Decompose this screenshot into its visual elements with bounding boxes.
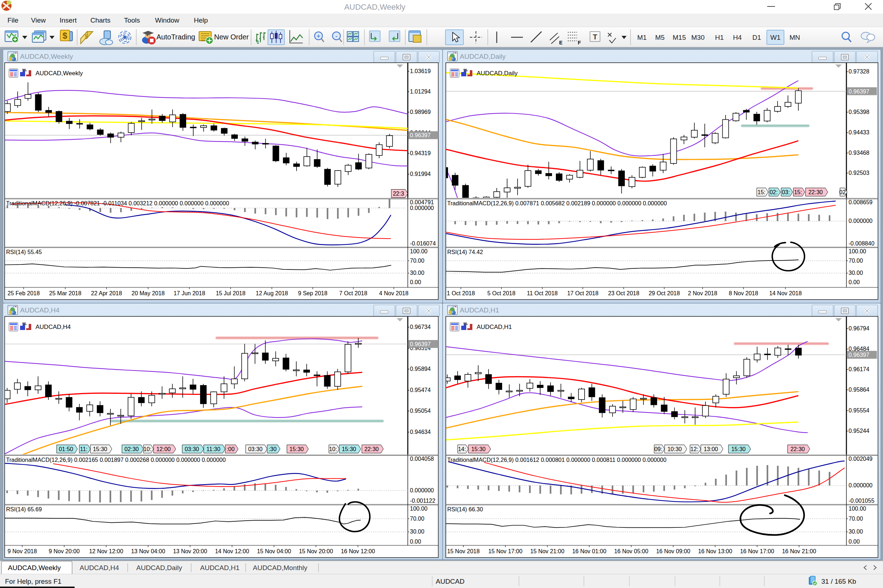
svg-text:25 Mar 2018: 25 Mar 2018 — [49, 290, 81, 296]
svg-text:0.00: 0.00 — [410, 279, 421, 285]
svg-text:0.92503: 0.92503 — [848, 170, 869, 176]
svg-text:AUDCAD,Daily: AUDCAD,Daily — [460, 52, 506, 60]
svg-text:15:30: 15:30 — [471, 446, 486, 452]
svg-text:01:50: 01:50 — [59, 446, 73, 452]
svg-text:15:: 15: — [794, 189, 802, 195]
svg-text:AUDCAD,H1: AUDCAD,H1 — [200, 564, 239, 572]
svg-text:TraditionalMACD(12,26,9) 0.001: TraditionalMACD(12,26,9) 0.001612 0.0008… — [447, 457, 666, 463]
svg-text:Insert: Insert — [60, 16, 77, 24]
svg-text:03:30: 03:30 — [185, 446, 199, 452]
svg-text:0.95244: 0.95244 — [848, 428, 869, 434]
svg-text:15 Nov 17:00: 15 Nov 17:00 — [488, 548, 522, 554]
svg-text:31 / 165 Kb: 31 / 165 Kb — [821, 578, 856, 585]
svg-text:22:30: 22:30 — [364, 446, 379, 452]
svg-text:Help: Help — [194, 16, 208, 24]
svg-text:0.00: 0.00 — [410, 538, 421, 544]
svg-text:15:: 15: — [757, 189, 766, 195]
svg-text:0.95554: 0.95554 — [848, 407, 869, 414]
svg-text:2 Nov 2018: 2 Nov 2018 — [688, 290, 717, 296]
svg-text:16 Nov 05:00: 16 Nov 05:00 — [614, 548, 648, 554]
svg-text:25 Feb 2018: 25 Feb 2018 — [8, 290, 40, 296]
svg-text:100.00: 100.00 — [410, 248, 427, 254]
svg-text:70.00: 70.00 — [848, 516, 863, 522]
svg-text:03:30: 03:30 — [248, 446, 263, 452]
svg-text:AUDCAD,Daily: AUDCAD,Daily — [477, 70, 518, 76]
svg-text:AUDCAD,H4: AUDCAD,H4 — [80, 564, 119, 572]
svg-text:M30: M30 — [692, 34, 705, 41]
svg-text:70.00: 70.00 — [410, 516, 424, 522]
svg-text:AUDCAD,Daily: AUDCAD,Daily — [136, 564, 182, 572]
svg-text:0.96397: 0.96397 — [848, 352, 869, 358]
svg-text:-0.008840: -0.008840 — [848, 240, 874, 246]
svg-text:$: $ — [62, 31, 68, 40]
svg-text:15 Nov 21:00: 15 Nov 21:00 — [530, 548, 564, 554]
svg-text:1 Oct 2018: 1 Oct 2018 — [447, 290, 475, 296]
svg-text:H4: H4 — [733, 34, 742, 41]
svg-text:23 Oct 2018: 23 Oct 2018 — [608, 290, 639, 296]
svg-text:0.96734: 0.96734 — [410, 324, 431, 330]
svg-text:AUDCAD,Monthly: AUDCAD,Monthly — [253, 564, 308, 572]
svg-text:T: T — [593, 33, 597, 41]
svg-text:15 Nov 20:00: 15 Nov 20:00 — [299, 548, 333, 554]
svg-text:0.96794: 0.96794 — [848, 326, 869, 332]
svg-text:-0.001055: -0.001055 — [848, 498, 874, 504]
svg-text:M1: M1 — [637, 34, 647, 41]
svg-text:12:: 12: — [690, 446, 698, 452]
svg-text:AUDCAD,H1: AUDCAD,H1 — [460, 306, 499, 314]
svg-text:02:30: 02:30 — [125, 446, 139, 452]
svg-text:AUDCAD,Weekly: AUDCAD,Weekly — [36, 70, 83, 76]
svg-text:New Order: New Order — [214, 33, 249, 41]
svg-text:0.94433: 0.94433 — [848, 129, 869, 135]
svg-text:22 Apr 2018: 22 Apr 2018 — [91, 290, 122, 296]
svg-text:0.000000: 0.000000 — [848, 218, 872, 224]
svg-text:13 Nov 04:00: 13 Nov 04:00 — [131, 548, 165, 554]
svg-text:4 Nov 2018: 4 Nov 2018 — [379, 290, 409, 296]
svg-text:16 Nov 09:00: 16 Nov 09:00 — [656, 548, 690, 554]
svg-text:15:30: 15:30 — [289, 446, 304, 452]
svg-text:View: View — [31, 16, 46, 24]
svg-text:0.004058: 0.004058 — [410, 456, 434, 462]
svg-text:12 Aug 2018: 12 Aug 2018 — [256, 290, 288, 296]
svg-text:-0.001122: -0.001122 — [410, 498, 435, 504]
svg-text:RSI(14) 66.30: RSI(14) 66.30 — [447, 506, 483, 512]
svg-text:16 Nov 17:00: 16 Nov 17:00 — [740, 548, 774, 554]
svg-text:15 Nov 04:00: 15 Nov 04:00 — [257, 548, 291, 554]
svg-text:0.94634: 0.94634 — [410, 429, 431, 435]
svg-text:13 Nov 20:00: 13 Nov 20:00 — [173, 548, 207, 554]
svg-text:10:30: 10:30 — [668, 446, 682, 452]
svg-text:100.00: 100.00 — [848, 248, 866, 254]
svg-text:11 Oct 2018: 11 Oct 2018 — [527, 290, 558, 296]
svg-text:0.96174: 0.96174 — [848, 366, 869, 372]
svg-text:0.95054: 0.95054 — [410, 408, 431, 414]
svg-text:0.98969: 0.98969 — [410, 109, 431, 115]
svg-text:22:3: 22:3 — [393, 190, 404, 197]
svg-text:100.00: 100.00 — [410, 506, 427, 512]
svg-text:20 May 2018: 20 May 2018 — [132, 290, 165, 296]
svg-text:30.00: 30.00 — [848, 270, 863, 276]
svg-text:AUDCAD,Weekly: AUDCAD,Weekly — [20, 52, 73, 60]
svg-text:9 Nov 2018: 9 Nov 2018 — [8, 548, 37, 554]
svg-text:+: + — [317, 33, 320, 39]
svg-text:AUDCAD,H1: AUDCAD,H1 — [477, 324, 512, 330]
svg-text:H1: H1 — [715, 34, 724, 41]
svg-text:F: F — [578, 40, 581, 45]
svg-text:5: 5 — [85, 33, 88, 40]
svg-text:1: 1 — [256, 39, 259, 45]
svg-text:11:: 11: — [80, 446, 87, 452]
svg-text:0.004791: 0.004791 — [410, 199, 434, 206]
svg-text:1.01294: 1.01294 — [410, 88, 431, 94]
svg-text:30.00: 30.00 — [410, 528, 424, 535]
svg-text:22:30: 22:30 — [808, 189, 823, 195]
svg-text::00: :00 — [227, 446, 235, 452]
svg-text:30.00: 30.00 — [410, 270, 424, 276]
svg-text:0.91994: 0.91994 — [410, 171, 431, 177]
svg-text:14 Nov 12:00: 14 Nov 12:00 — [215, 548, 249, 554]
svg-text:10:: 10: — [143, 446, 151, 452]
svg-text:0.00: 0.00 — [848, 279, 860, 285]
svg-text:AUDCAD,H4: AUDCAD,H4 — [20, 306, 60, 314]
svg-text:Tools: Tools — [124, 16, 140, 24]
svg-text:11:30: 11:30 — [206, 446, 221, 452]
svg-text:0.000000: 0.000000 — [848, 482, 872, 488]
svg-text:AUDCAD,Weekly: AUDCAD,Weekly — [8, 564, 61, 572]
svg-text:For Help, press F1: For Help, press F1 — [5, 578, 61, 585]
